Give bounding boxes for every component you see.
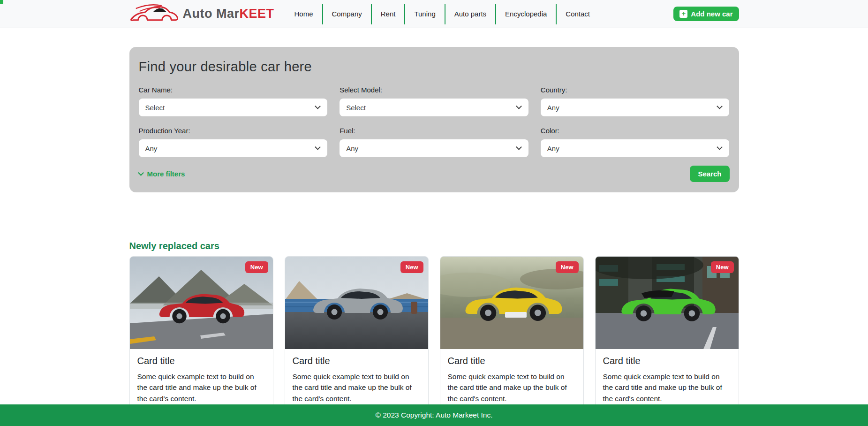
car-name-select[interactable]: Select	[139, 99, 328, 116]
corner-artifact	[0, 0, 3, 4]
car-card: New Card title Some quick example text t…	[285, 256, 429, 412]
nav-item-encyclopedia[interactable]: Encyclopedia	[495, 4, 556, 24]
add-new-car-label: Add new car	[691, 10, 732, 18]
card-text: Some quick example text to build on the …	[137, 371, 265, 404]
card-text: Some quick example text to build on the …	[603, 371, 731, 404]
search-button[interactable]: Search	[690, 166, 729, 182]
nav-item-home[interactable]: Home	[286, 4, 322, 24]
field-model: Select Model: Select	[340, 86, 528, 116]
logo[interactable]: Auto MarKEET	[129, 2, 274, 26]
new-badge: New	[556, 261, 579, 273]
production-year-select[interactable]: Any	[139, 139, 328, 157]
car-search-panel: Find your desirable car here Car Name: S…	[129, 47, 739, 192]
car-photo-green-muscle-car-city-street: New	[596, 257, 739, 349]
nav-item-contact[interactable]: Contact	[556, 4, 599, 24]
car-cards-grid: New Card title Some quick example text t…	[129, 256, 739, 412]
newly-replaced-cars-heading: Newly replaced cars	[129, 241, 739, 251]
card-text: Some quick example text to build on the …	[293, 371, 421, 404]
card-title: Card title	[293, 356, 421, 366]
main-content: Find your desirable car here Car Name: S…	[129, 47, 739, 412]
top-navbar: Auto MarKEET Home Company Rent Tuning Au…	[0, 0, 868, 28]
car-name-label: Car Name:	[139, 86, 328, 94]
nav-item-auto-parts[interactable]: Auto parts	[445, 4, 495, 24]
plus-square-icon: +	[679, 10, 687, 18]
production-year-label: Production Year:	[139, 127, 328, 135]
field-fuel: Fuel: Any	[340, 127, 528, 157]
model-label: Select Model:	[340, 86, 528, 94]
logo-wordmark: Auto MarKEET	[183, 7, 274, 21]
more-filters-label: More filters	[147, 170, 185, 178]
car-photo-gray-suv-by-the-sea: New	[285, 257, 428, 349]
nav-item-company[interactable]: Company	[322, 4, 371, 24]
country-label: Country:	[541, 86, 730, 94]
copyright-text: © 2023 Copyright: Auto Markeet Inc.	[375, 411, 492, 419]
main-nav: Home Company Rent Tuning Auto parts Ency…	[286, 4, 599, 24]
card-title: Card title	[137, 356, 265, 366]
search-panel-title: Find your desirable car here	[139, 59, 730, 75]
fuel-select[interactable]: Any	[340, 139, 528, 157]
more-filters-link[interactable]: More filters	[139, 170, 185, 178]
red-car-logo-icon	[129, 2, 180, 26]
field-production-year: Production Year: Any	[139, 127, 328, 157]
country-select[interactable]: Any	[541, 99, 730, 116]
field-country: Country: Any	[541, 86, 730, 116]
car-card: New Card title Some quick example text t…	[440, 256, 584, 412]
car-card: New Card title Some quick example text t…	[129, 256, 273, 412]
add-new-car-button[interactable]: + Add new car	[673, 7, 739, 21]
page-footer: © 2023 Copyright: Auto Markeet Inc.	[0, 404, 868, 426]
section-divider	[129, 201, 739, 201]
new-badge: New	[245, 261, 268, 273]
model-select[interactable]: Select	[340, 99, 528, 116]
color-select[interactable]: Any	[541, 139, 730, 157]
new-badge: New	[711, 261, 734, 273]
new-badge: New	[400, 261, 423, 273]
field-color: Color: Any	[541, 127, 730, 157]
field-car-name: Car Name: Select	[139, 86, 328, 116]
color-label: Color:	[541, 127, 730, 135]
car-photo-yellow-sports-car-on-track: New	[440, 257, 583, 349]
chevron-down-icon	[138, 170, 144, 176]
nav-item-rent[interactable]: Rent	[371, 4, 405, 24]
card-title: Card title	[448, 356, 576, 366]
car-card: New Card title Some quick example text t…	[595, 256, 739, 412]
fuel-label: Fuel:	[340, 127, 528, 135]
card-text: Some quick example text to build on the …	[448, 371, 576, 404]
card-title: Card title	[603, 356, 731, 366]
car-photo-red-sedan-on-mountain-road: New	[130, 257, 273, 349]
nav-item-tuning[interactable]: Tuning	[404, 4, 444, 24]
